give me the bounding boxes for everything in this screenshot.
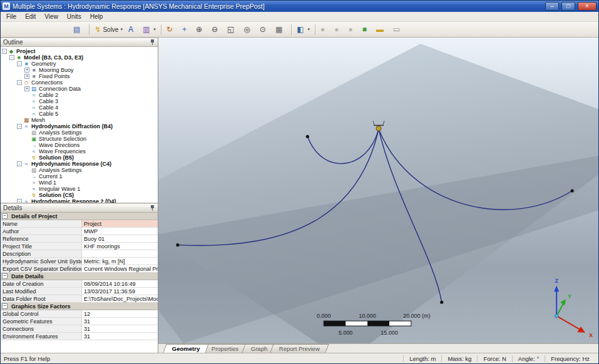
tree-expander-icon[interactable]: -: [17, 199, 22, 203]
details-row-value[interactable]: 31: [82, 333, 158, 340]
outline-tree-item[interactable]: + ■ Fixed Points: [1, 73, 158, 79]
outline-tree-item[interactable]: - ◇ Connections: [1, 79, 158, 86]
tree-expander-icon[interactable]: +: [24, 86, 29, 91]
tree-expander-icon[interactable]: [24, 155, 29, 160]
toolbar-button[interactable]: ◱: [225, 23, 240, 36]
tree-expander-icon[interactable]: [24, 105, 29, 110]
toolbar-button[interactable]: ▤: [71, 23, 86, 36]
outline-tree-item[interactable]: - ≈ Hydrodynamic Response (C4): [1, 161, 158, 167]
view-tab[interactable]: Properties: [203, 344, 248, 353]
tree-expander-icon[interactable]: +: [24, 74, 29, 79]
toolbar-button[interactable]: ▬: [374, 23, 390, 36]
details-row[interactable]: Environment Features 31: [1, 333, 158, 340]
toolbar-button[interactable]: ↯ Solve ▾: [92, 23, 125, 36]
details-row[interactable]: Connections 31: [1, 325, 158, 333]
outline-tree-item[interactable]: → Current 1: [1, 173, 158, 179]
tree-expander-icon[interactable]: [24, 180, 29, 185]
titlebar[interactable]: M Multiple Systems : Hydrodynamic Respon…: [1, 1, 598, 12]
details-row[interactable]: Reference Buoy 01: [1, 235, 158, 243]
outline-tree-item[interactable]: ▣ Structure Selection: [1, 136, 158, 142]
tree-expander-icon[interactable]: [24, 168, 29, 173]
details-row-value[interactable]: Project: [82, 220, 158, 227]
menu-item[interactable]: File: [2, 13, 21, 21]
toolbar-button[interactable]: ●: [318, 23, 331, 36]
toolbar-button[interactable]: ◧ ▾: [294, 23, 312, 36]
details-row[interactable]: Project Title KHF moorings: [1, 243, 158, 250]
details-row[interactable]: Graphics Size Factors: [1, 303, 158, 310]
tree-expander-icon[interactable]: [24, 193, 29, 198]
details-row[interactable]: Date of Creation 08/09/2014 10:16:49: [1, 280, 158, 288]
details-row-value[interactable]: 08/09/2014 10:16:49: [82, 280, 158, 287]
details-row[interactable]: Hydrodynamic Solver Unit System Metric: …: [1, 258, 158, 265]
pin-icon[interactable]: [150, 39, 155, 46]
details-row-value[interactable]: Metric: kg, m [N]: [82, 258, 158, 265]
details-row[interactable]: Export CSV Separator Definition Current …: [1, 265, 158, 273]
tree-expander-icon[interactable]: [24, 130, 29, 135]
toolbar-button[interactable]: [291, 24, 292, 35]
tree-expander-icon[interactable]: [24, 111, 29, 116]
tree-expander-icon[interactable]: -: [17, 124, 22, 129]
tree-expander-icon[interactable]: [24, 93, 29, 98]
maximize-button[interactable]: □: [561, 2, 575, 11]
tree-expander-icon[interactable]: +: [24, 68, 29, 73]
close-button[interactable]: ×: [578, 2, 596, 11]
details-row[interactable]: Description: [1, 250, 158, 258]
tree-expander-icon[interactable]: [24, 143, 29, 148]
tree-expander-icon[interactable]: -: [2, 49, 7, 54]
minimize-button[interactable]: –: [545, 2, 559, 11]
outline-tree-item[interactable]: ≈ Cable 5: [1, 111, 158, 117]
details-row[interactable]: Name Project: [1, 220, 158, 228]
toolbar-button[interactable]: A: [126, 23, 140, 36]
tree-expander-icon[interactable]: [24, 99, 29, 104]
toolbar-button[interactable]: ↻: [164, 23, 179, 36]
tree-expander-icon[interactable]: [24, 149, 29, 154]
toolbar-button[interactable]: ⊖: [209, 23, 224, 36]
outline-tree-item[interactable]: - ■ Geometry: [1, 61, 158, 67]
collapse-icon[interactable]: [2, 213, 8, 219]
outline-tree-item[interactable]: ↯ Solution (B5): [1, 154, 158, 161]
details-row-value[interactable]: 13/03/2017 11:36:59: [82, 288, 158, 295]
outline-tree-item[interactable]: - ≈ Hydrodynamic Diffraction (B4): [1, 123, 158, 129]
toolbar-button[interactable]: ◎: [241, 23, 256, 36]
outline-tree-item[interactable]: ≈ Cable 4: [1, 104, 158, 111]
details-row[interactable]: Details of Project: [1, 213, 158, 220]
details-row-value[interactable]: E:\ToShare\Doc_Projects\MooringBuoy_file…: [82, 295, 158, 302]
toolbar-button[interactable]: ▭: [391, 23, 406, 36]
view-tab[interactable]: Geometry: [163, 344, 208, 353]
menu-item[interactable]: View: [40, 13, 63, 21]
tree-expander-icon[interactable]: -: [17, 80, 22, 85]
outline-tree-item[interactable]: ≈ Cable 3: [1, 98, 158, 104]
outline-tree-item[interactable]: → Wave Directions: [1, 142, 158, 148]
menu-item[interactable]: Help: [86, 13, 108, 21]
outline-tree-item[interactable]: ↯ Solution (C5): [1, 192, 158, 198]
toolbar-button[interactable]: ⊙: [257, 23, 272, 36]
menu-item[interactable]: Units: [63, 13, 86, 21]
details-row-value[interactable]: KHF moorings: [82, 243, 158, 250]
outline-tree-item[interactable]: ▧ Analysis Settings: [1, 167, 158, 173]
toolbar-button[interactable]: ■: [360, 23, 373, 36]
details-row-value[interactable]: Current Windows Regional Preferences: ",…: [82, 265, 158, 272]
toolbar-button[interactable]: [161, 24, 161, 35]
details-row[interactable]: Geometric Features 31: [1, 318, 158, 325]
outline-tree-item[interactable]: + ■ Mooring Buoy: [1, 67, 158, 73]
toolbar-button[interactable]: ⊕: [193, 23, 208, 36]
outline-tree-item[interactable]: - ■ Model (B3, C3, D3, E3): [1, 54, 158, 61]
details-row[interactable]: Author MWP: [1, 228, 158, 235]
details-row-value[interactable]: Buoy 01: [82, 235, 158, 242]
menu-item[interactable]: Edit: [21, 13, 40, 21]
details-row[interactable]: Global Control 12: [1, 310, 158, 318]
tree-expander-icon[interactable]: -: [9, 55, 14, 60]
tree-expander-icon[interactable]: [24, 186, 29, 191]
collapse-icon[interactable]: [2, 273, 8, 279]
3d-viewport[interactable]: 0.000 10.000 20.000 (m) 5.000 15.000: [158, 38, 598, 343]
tree-expander-icon[interactable]: -: [17, 61, 22, 66]
outline-tree-item[interactable]: » Wind 1: [1, 179, 158, 186]
details-row[interactable]: Date Details: [1, 273, 158, 280]
toolbar-button[interactable]: [315, 24, 315, 35]
outline-tree-item[interactable]: ▧ Analysis Settings: [1, 129, 158, 136]
pin-icon[interactable]: [150, 205, 155, 211]
tree-expander-icon[interactable]: [24, 174, 29, 179]
toolbar-button[interactable]: +: [180, 23, 193, 36]
details-row[interactable]: Last Modified 13/03/2017 11:36:59: [1, 288, 158, 295]
toolbar-button[interactable]: ●: [332, 23, 345, 36]
